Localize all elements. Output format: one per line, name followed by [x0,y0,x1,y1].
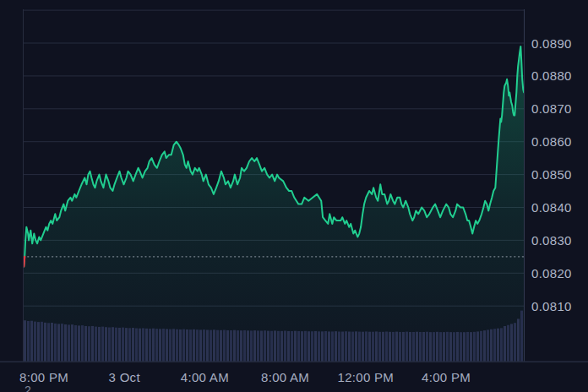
x-axis-tick-label: 8:00 AM [261,370,309,384]
price-chart: 0.0890 0.0880 0.0870 0.0860 0.0850 0.084… [0,0,588,392]
x-axis-tick-label: 4:00 PM [422,370,471,384]
open-tick-segment [24,257,24,267]
x-axis-labels: 8:00 PM 3 Oct 4:00 AM 8:00 AM 12:00 PM 4… [19,370,471,392]
price-chart-canvas[interactable]: 0.0890 0.0880 0.0870 0.0860 0.0850 0.084… [0,0,588,392]
x-axis-tick-label: 8:00 PM [19,370,68,384]
y-axis-tick-label: 0.0860 [531,134,572,149]
y-axis-tick-label: 0.0890 [531,36,572,51]
area-fill [24,46,524,362]
y-axis-tick-label: 0.0830 [531,233,572,248]
y-axis-tick-label: 0.0840 [531,200,572,215]
y-axis-tick-label: 0.0880 [531,68,572,83]
y-axis-tick-label: 0.0870 [531,101,572,116]
x-axis-tick-label: 3 Oct [109,370,141,384]
y-axis-tick-label: 0.0810 [531,299,572,313]
x-axis-tick-label: 4:00 AM [181,370,229,384]
y-axis-labels: 0.0890 0.0880 0.0870 0.0860 0.0850 0.084… [531,36,572,313]
y-axis-tick-label: 0.0850 [531,167,572,182]
x-axis-tick-label: 12:00 PM [337,370,394,384]
x-axis-partial-date-label: 2 [24,384,31,392]
y-axis-tick-label: 0.0820 [531,266,572,280]
